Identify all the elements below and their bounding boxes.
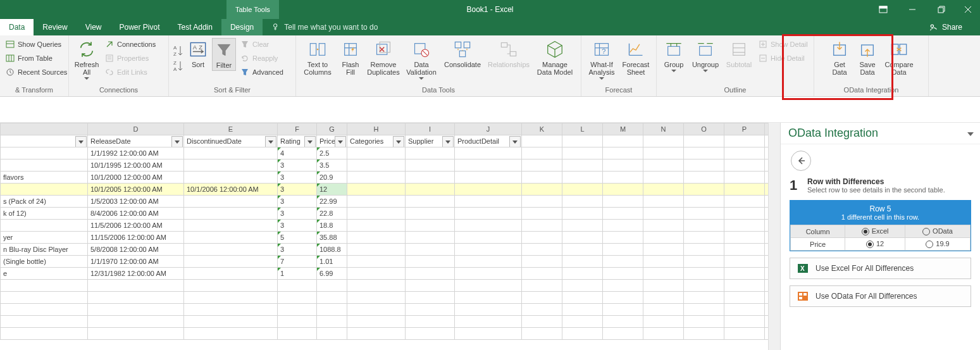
reapply-button[interactable]: Reapply (239, 52, 285, 65)
forecast-sheet-button[interactable]: Forecast Sheet (621, 38, 651, 77)
empty-row[interactable] (1, 280, 769, 292)
tab-design[interactable]: Design (221, 19, 263, 35)
data-validation-button[interactable]: Data Validation (404, 38, 439, 81)
properties-icon (104, 53, 115, 63)
relationships-button[interactable]: Relationships (486, 38, 531, 70)
connections-button[interactable]: Connections (103, 38, 157, 51)
filter-button[interactable]: Filter (212, 38, 236, 71)
use-excel-all-button[interactable]: X Use Excel For All Differences (790, 258, 971, 279)
remove-duplicates-button[interactable]: Remove Duplicates (366, 38, 401, 77)
subtotal-button[interactable]: Subtotal (724, 38, 754, 70)
refresh-all-button[interactable]: Refresh All (73, 38, 101, 81)
table-row[interactable]: n Blu-ray Disc Player5/8/2008 12:00:00 A… (1, 244, 769, 256)
svg-rect-3 (938, 8, 943, 13)
svg-rect-36 (459, 51, 465, 56)
diff-col-header: Column (791, 225, 845, 238)
svg-rect-10 (6, 55, 14, 61)
tab-test-addin[interactable]: Test Addin (169, 19, 221, 35)
consolidate-button[interactable]: Consolidate (442, 38, 483, 70)
empty-row[interactable] (1, 304, 769, 316)
properties-button[interactable]: Properties (103, 52, 157, 65)
hide-detail-button[interactable]: Hide Detail (757, 52, 809, 65)
svg-point-7 (931, 25, 933, 27)
empty-row[interactable] (1, 292, 769, 304)
share-button[interactable]: Share (921, 19, 971, 35)
advanced-icon (240, 67, 250, 77)
step-subtitle: Select row to see details in the second … (807, 186, 945, 194)
get-data-button[interactable]: Get Data (827, 38, 852, 77)
svg-rect-45 (733, 44, 745, 56)
manage-data-model-button[interactable]: Manage Data Model (534, 38, 576, 77)
table-row[interactable]: k of 12)8/4/2006 12:00:00 AM322.8 (1, 208, 769, 220)
sort-za-icon[interactable]: ZA (173, 59, 184, 72)
table-row[interactable]: e12/31/1982 12:00:00 AM16.99 (1, 268, 769, 280)
svg-text:A: A (173, 45, 177, 51)
table-header-row: ReleaseDate DiscontinuedDate Rating Pric… (1, 135, 769, 147)
table-row[interactable]: yer11/15/2006 12:00:00 AM535.88 (1, 232, 769, 244)
maximize-button[interactable] (927, 0, 956, 19)
empty-row[interactable] (1, 328, 769, 340)
svg-rect-26 (345, 44, 357, 56)
save-data-button[interactable]: Save Data (855, 38, 880, 77)
advanced-filter-button[interactable]: Advanced (239, 66, 285, 78)
filter-dropdown[interactable] (393, 136, 404, 147)
ungroup-button[interactable]: Ungroup (690, 38, 721, 73)
tell-me-search[interactable]: Tell me what you want to do (263, 19, 378, 35)
flash-fill-icon (340, 39, 361, 59)
compare-data-button[interactable]: Compare Data (883, 38, 915, 77)
subtotal-icon (729, 39, 749, 59)
show-detail-button[interactable]: Show Detail (757, 38, 809, 51)
clear-icon (240, 39, 250, 49)
from-table-button[interactable]: From Table (4, 52, 68, 65)
table-row[interactable]: 1/1/1992 12:00:00 AM42.5 (1, 147, 769, 159)
get-data-icon (829, 39, 850, 59)
group-button[interactable]: Group (661, 38, 687, 73)
formula-bar-area (0, 97, 980, 123)
vertical-scrollbar[interactable] (768, 123, 780, 350)
flash-fill-button[interactable]: Flash Fill (338, 38, 363, 77)
filter-dropdown[interactable] (509, 136, 521, 147)
tab-data[interactable]: Data (0, 19, 34, 35)
worksheet-grid[interactable]: DEF GHI JKL MNO P ReleaseDate Discontinu… (0, 123, 768, 350)
tab-review[interactable]: Review (34, 19, 76, 35)
filter-dropdown[interactable] (75, 136, 87, 147)
table-row[interactable]: 10/1/1995 12:00:00 AM33.5 (1, 159, 769, 172)
excel-icon: X (797, 262, 809, 275)
text-to-columns-button[interactable]: Text to Columns (300, 38, 335, 77)
clear-filter-button[interactable]: Clear (239, 38, 285, 51)
show-queries-button[interactable]: Show Queries (4, 38, 68, 51)
filter-dropdown[interactable] (335, 136, 346, 147)
svg-rect-56 (900, 44, 907, 54)
filter-dropdown[interactable] (304, 136, 316, 147)
table-row[interactable]: flavors10/1/2000 12:00:00 AM320.9 (1, 172, 769, 184)
use-odata-all-button[interactable]: Use OData For All Differences (790, 285, 971, 307)
filter-dropdown[interactable] (171, 136, 183, 147)
recent-sources-button[interactable]: Recent Sources (4, 66, 68, 78)
tab-power-pivot[interactable]: Power Pivot (111, 19, 169, 35)
filter-dropdown[interactable] (442, 136, 454, 147)
back-button[interactable] (791, 151, 811, 171)
diff-excel-value[interactable]: 12 (845, 238, 905, 251)
what-if-analysis-button[interactable]: ?What-If Analysis (585, 38, 618, 81)
table-row[interactable]: s (Pack of 24)1/5/2003 12:00:00 AM322.99 (1, 196, 769, 208)
group-forecast-label: Forecast (585, 85, 652, 96)
show-detail-icon (758, 39, 768, 49)
forecast-icon (626, 39, 646, 59)
sort-button[interactable]: AZ Sort (187, 38, 209, 70)
sort-az-icon[interactable]: AZ (173, 44, 184, 57)
diff-odata-value[interactable]: 19.9 (905, 238, 970, 251)
close-button[interactable] (956, 0, 980, 19)
share-label: Share (942, 23, 962, 32)
chevron-down-icon (84, 77, 89, 80)
edit-links-button[interactable]: Edit Links (103, 66, 157, 78)
empty-row[interactable] (1, 316, 769, 328)
table-row[interactable]: (Single bottle)1/1/1970 12:00:00 AM71.01 (1, 256, 769, 268)
pane-dropdown-icon[interactable] (967, 129, 974, 138)
table-row[interactable]: 11/5/2006 12:00:00 AM318.8 (1, 220, 769, 232)
table-row-highlighted[interactable]: 10/1/2005 12:00:00 AM10/1/2006 12:00:00 … (1, 184, 769, 196)
column-headers[interactable]: DEF GHI JKL MNO P (1, 123, 769, 135)
ribbon-display-options-icon[interactable] (869, 0, 898, 19)
minimize-button[interactable] (898, 0, 927, 19)
tab-view[interactable]: View (77, 19, 111, 35)
filter-dropdown[interactable] (265, 136, 276, 147)
